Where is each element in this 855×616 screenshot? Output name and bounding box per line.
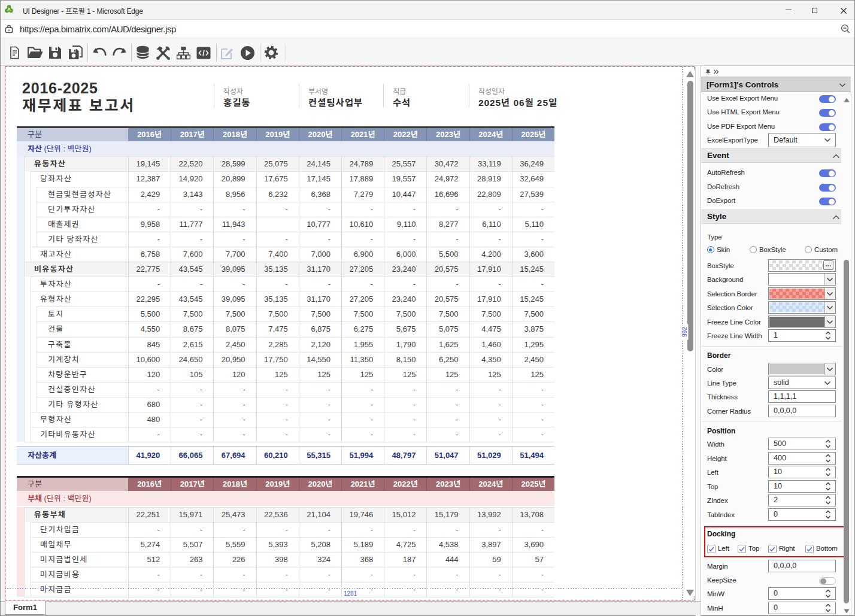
svg-text:A: A	[7, 7, 11, 12]
